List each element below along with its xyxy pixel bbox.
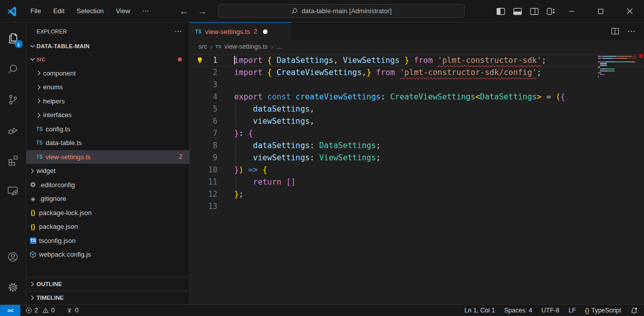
menu-file[interactable]: File <box>24 4 47 18</box>
toggle-panel-icon[interactable] <box>512 6 522 16</box>
breadcrumb-symbol[interactable]: … <box>276 43 283 50</box>
outline-label: OUTLINE <box>36 281 62 287</box>
toggle-primary-sidebar-icon[interactable] <box>496 6 506 16</box>
code-line-13[interactable]: 13 <box>190 200 644 213</box>
timeline-section[interactable]: TIMELINE <box>26 291 190 304</box>
breadcrumb-folder[interactable]: src <box>199 43 207 50</box>
menu-edit[interactable]: Edit <box>47 4 70 18</box>
tree-item-webpack.config.js[interactable]: webpack.config.js <box>26 248 190 262</box>
eol-sequence[interactable]: LF <box>569 307 576 314</box>
code-line-10[interactable]: 10}) => { <box>190 164 644 176</box>
minimap-line <box>598 68 636 69</box>
tree-item-enums[interactable]: enums <box>26 80 190 94</box>
tree-item-config.ts[interactable]: TSconfig.ts <box>26 122 190 136</box>
cursor-position[interactable]: Ln 1, Col 1 <box>465 307 495 314</box>
typescript-file-icon: TS <box>36 140 43 146</box>
text-cursor <box>234 56 235 64</box>
tree-item-.editorconfig[interactable]: .editorconfig <box>26 178 190 192</box>
breadcrumb-separator-icon: › <box>210 43 213 51</box>
status-bar: >< 2 0 0 Ln 1, Col 1 Spaces: 4 UTF-8 LF … <box>0 304 644 316</box>
ports-count: 0 <box>75 307 79 314</box>
menu-selection[interactable]: Selection <box>70 4 109 18</box>
language-mode[interactable]: {} TypeScript <box>585 307 621 314</box>
outline-section[interactable]: OUTLINE <box>26 277 190 291</box>
close-button[interactable] <box>615 0 644 22</box>
menu-view[interactable]: View <box>110 4 136 18</box>
maximize-button[interactable] <box>586 0 615 22</box>
indentation[interactable]: Spaces: 4 <box>504 307 533 314</box>
command-center-search[interactable]: data-table-main [Administrator] <box>218 4 465 18</box>
settings-gear-icon[interactable] <box>1 274 25 300</box>
remote-explorer-icon[interactable] <box>1 178 25 204</box>
more-actions-icon[interactable]: ⋯ <box>627 26 636 36</box>
tree-item-component[interactable]: component <box>26 66 190 81</box>
split-editor-icon[interactable] <box>611 27 619 35</box>
json-file-icon: {} <box>30 209 35 216</box>
titlebar: FileEditSelectionView⋯ ← → data-table-ma… <box>0 0 644 22</box>
project-root-row[interactable]: DATA-TABLE-MAIN <box>26 40 190 52</box>
source-control-icon[interactable] <box>1 86 25 113</box>
code-line-5[interactable]: 5 dataSettings, <box>190 103 644 115</box>
explorer-icon[interactable]: 1 <box>1 25 25 52</box>
tree-item-.gitignore[interactable]: ◈.gitignore <box>26 192 190 206</box>
code-editor[interactable]: 1import { DataSettings, ViewSettings } f… <box>190 53 644 304</box>
tree-item-helpers[interactable]: helpers <box>26 94 190 109</box>
project-root-label: DATA-TABLE-MAIN <box>36 43 90 49</box>
tree-item-widget[interactable]: widget <box>26 164 190 178</box>
accounts-icon[interactable] <box>1 243 25 270</box>
menu-more[interactable]: ⋯ <box>136 4 155 18</box>
breadcrumbs: src › TS view-settings.ts › … <box>190 40 644 53</box>
line-number: 13 <box>190 200 217 213</box>
minimap-line <box>598 59 636 60</box>
tree-item-view-settings.ts[interactable]: TSview-settings.ts2 <box>26 150 190 164</box>
tree-item-tsconfig.json[interactable]: TStsconfig.json <box>26 234 190 248</box>
chevron-right-icon <box>35 83 43 91</box>
code-line-12[interactable]: 12}; <box>190 188 644 200</box>
file-label: component <box>43 69 190 77</box>
encoding[interactable]: UTF-8 <box>542 307 559 314</box>
unsaved-changes-dot[interactable] <box>263 29 268 34</box>
tree-item-interfaces[interactable]: interfaces <box>26 108 190 122</box>
lightbulb-icon[interactable] <box>196 56 204 64</box>
notifications-bell-icon[interactable] <box>630 307 638 314</box>
tree-item-src[interactable]: src <box>26 52 190 66</box>
minimap[interactable] <box>598 56 636 80</box>
go-back-icon[interactable]: ← <box>178 6 190 17</box>
minimap-line <box>598 61 636 62</box>
minimize-button[interactable] <box>557 0 586 22</box>
modified-dot <box>178 57 182 61</box>
tree-item-package-lock.json[interactable]: {}package-lock.json <box>26 206 190 220</box>
explorer-more-actions-icon[interactable]: ⋯ <box>174 27 182 36</box>
go-forward-icon[interactable]: → <box>197 6 208 17</box>
file-label: package-lock.json <box>39 209 190 217</box>
breadcrumb-file[interactable]: view-settings.ts <box>224 43 268 50</box>
overview-ruler[interactable] <box>639 54 642 305</box>
problems-status[interactable]: 2 0 <box>25 307 55 314</box>
toggle-secondary-sidebar-icon[interactable] <box>529 6 539 16</box>
braces-icon: {} <box>585 307 589 314</box>
file-label: tsconfig.json <box>39 237 190 244</box>
extensions-icon[interactable] <box>1 147 25 173</box>
tab-view-settings[interactable]: TS view-settings.ts 2 <box>190 22 291 40</box>
code-line-2[interactable]: 2import { CreateViewSettings,} from 'plm… <box>190 66 644 79</box>
code-line-3[interactable]: 3 <box>190 79 644 91</box>
chevron-down-icon <box>28 42 36 50</box>
search-view-icon[interactable] <box>1 56 25 82</box>
line-number: 3 <box>190 79 217 91</box>
ports-status[interactable]: 0 <box>66 307 79 314</box>
tree-item-package.json[interactable]: {}package.json <box>26 220 190 234</box>
code-line-7[interactable]: 7}: { <box>190 127 644 139</box>
run-and-debug-icon[interactable] <box>1 117 25 143</box>
code-line-9[interactable]: 9 viewSettings: ViewSettings; <box>190 152 644 164</box>
code-line-4[interactable]: 4export const createViewSettings: Create… <box>190 91 644 103</box>
line-number: 11 <box>190 176 217 188</box>
remote-indicator[interactable]: >< <box>0 305 20 316</box>
chevron-right-icon <box>35 111 43 119</box>
tree-item-data-table.ts[interactable]: TSdata-table.ts <box>26 136 190 150</box>
customize-layout-icon[interactable] <box>546 6 556 16</box>
vscode-logo-icon <box>7 6 17 16</box>
code-line-6[interactable]: 6 viewSettings, <box>190 115 644 127</box>
code-line-8[interactable]: 8 dataSettings: DataSettings; <box>190 139 644 152</box>
code-line-11[interactable]: 11 return [] <box>190 176 644 188</box>
code-line-1[interactable]: 1import { DataSettings, ViewSettings } f… <box>190 54 644 66</box>
